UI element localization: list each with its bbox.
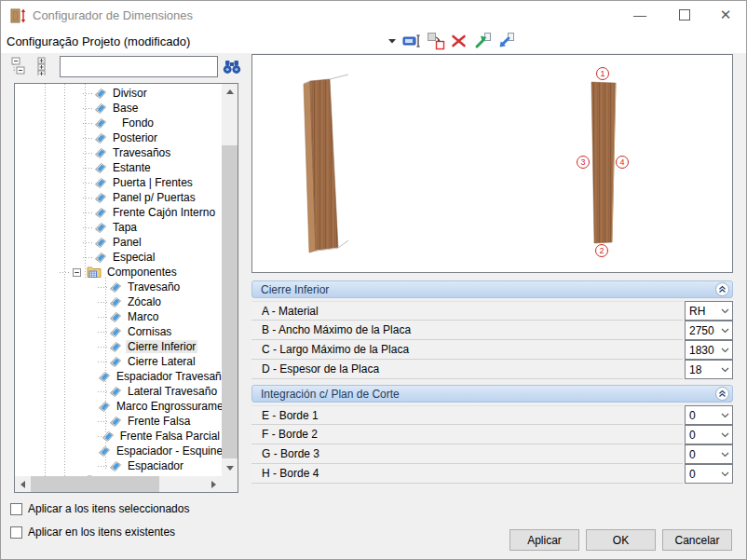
delete-icon[interactable] (451, 34, 467, 48)
panel-header: Integración c/ Plan de Corte (251, 385, 733, 403)
close-button[interactable]: ✕ (705, 1, 746, 29)
property-row: C - Largo Máximo de la Placa1830 (251, 340, 733, 360)
tag-icon (102, 430, 115, 443)
tree-item-label: Panel (111, 236, 143, 249)
ok-button[interactable]: OK (586, 529, 656, 551)
property-dropdown[interactable]: 0 (685, 464, 733, 484)
tree-item-label: Fondo (120, 116, 156, 130)
tree-item[interactable]: Travesaño (15, 280, 222, 294)
collapse-box-icon[interactable] (73, 268, 81, 277)
tree-item[interactable]: Panel (15, 235, 222, 250)
tree-item-label: Frente Falsa Parcial (118, 430, 222, 443)
tag-icon (109, 386, 122, 398)
tree-item[interactable]: Travesaños (15, 145, 222, 160)
minimize-button[interactable]: — (619, 1, 660, 29)
config-dropdown-icon[interactable] (387, 38, 397, 44)
search-binoculars-icon[interactable] (223, 58, 241, 76)
tag-icon (94, 132, 107, 144)
tree-connector (83, 168, 94, 169)
apply-button[interactable]: Aplicar (509, 529, 579, 551)
property-dropdown[interactable]: RH (685, 301, 733, 321)
tree-connector (83, 93, 94, 94)
rename-icon[interactable] (402, 34, 422, 48)
import-icon[interactable] (496, 32, 515, 49)
tree-item[interactable]: Tapa (15, 220, 222, 235)
apply-selected-checkbox[interactable] (10, 503, 22, 515)
tree-item-label: Espaciador (126, 459, 185, 472)
tree-connector (98, 466, 109, 467)
tree-horizontal-scrollbar[interactable] (15, 476, 222, 492)
tree-item[interactable]: Divisor (15, 86, 222, 101)
tag-icon (94, 222, 107, 234)
tag-icon (94, 147, 107, 159)
scroll-left-icon[interactable] (20, 481, 25, 488)
tag-icon (98, 371, 111, 383)
scroll-up-icon[interactable] (226, 89, 234, 94)
property-dropdown[interactable]: 1830 (685, 340, 733, 360)
collapse-panel-button[interactable] (715, 282, 729, 296)
tree-item-label: Divisor (111, 87, 149, 100)
tag-icon (109, 356, 122, 368)
tree-item[interactable]: Lateral Travesaño (15, 384, 222, 399)
tree-item-label: Panel p/ Puertas (111, 191, 197, 204)
panel-preview[interactable]: 1 2 3 4 (251, 54, 733, 273)
property-dropdown[interactable]: 0 (685, 405, 733, 425)
chevron-down-icon (721, 367, 729, 373)
tree-item[interactable]: Frente Falsa Parcial (15, 429, 222, 444)
tree-item[interactable]: Puerta | Frentes (15, 175, 222, 190)
maximize-button[interactable] (664, 1, 705, 29)
tree-item[interactable]: Frente Falsa (15, 414, 222, 429)
apply-existing-row: Aplicar en los itens existentes (10, 526, 175, 539)
tag-icon (109, 296, 122, 308)
scroll-thumb[interactable] (31, 476, 159, 492)
tree-item[interactable]: Componentes (15, 265, 222, 280)
tree-item-label: Zócalo (126, 295, 163, 308)
collapse-all-icon[interactable] (11, 57, 30, 75)
property-dropdown[interactable]: 2750 (685, 321, 733, 340)
folder-icon (87, 266, 102, 279)
tree-item[interactable]: Fondo (15, 116, 222, 130)
tree-item[interactable]: Espaciador - Esquine (15, 444, 222, 458)
tree-item[interactable]: Zócalo (15, 294, 222, 309)
chevron-down-icon (721, 471, 729, 477)
scroll-thumb[interactable] (222, 145, 238, 458)
tree-item[interactable]: Marco (15, 309, 222, 324)
property-dropdown[interactable]: 0 (685, 444, 733, 464)
scroll-down-icon[interactable] (226, 466, 234, 471)
tree-item[interactable]: Estante (15, 160, 222, 175)
config-header: Configuração Projeto (modificado) (1, 31, 746, 53)
tree-item[interactable]: Espaciador Travesañ (15, 369, 222, 384)
property-value: RH (686, 305, 721, 318)
tree-connector (83, 257, 94, 258)
scroll-right-icon[interactable] (211, 481, 216, 488)
tree-vertical-scrollbar[interactable] (222, 84, 238, 476)
apply-existing-checkbox[interactable] (10, 526, 22, 539)
tree-item[interactable]: Cierre Inferior (15, 339, 222, 354)
tree-item[interactable]: Posterior (15, 130, 222, 145)
apply-selected-row: Aplicar a los itens seleccionados (10, 502, 189, 515)
tree-item[interactable]: Frente Cajón Interno (15, 205, 222, 220)
property-row: A - MaterialRH (251, 301, 733, 321)
duplicate-icon[interactable] (427, 32, 445, 50)
tree-item[interactable]: Panel p/ Puertas (15, 190, 222, 205)
property-dropdown[interactable]: 0 (685, 425, 733, 444)
tree-connector (98, 287, 109, 288)
tree-search-input[interactable] (60, 56, 218, 77)
cancel-button[interactable]: Cancelar (662, 529, 732, 551)
tree-item[interactable]: Especial (15, 250, 222, 265)
expand-all-icon[interactable] (37, 57, 56, 75)
collapse-panel-button[interactable] (715, 387, 729, 401)
tree-item-label: Puerta | Frentes (111, 176, 195, 189)
tree-item[interactable]: Marco Engrossurame (15, 399, 222, 414)
tree-item[interactable]: Espaciador (15, 458, 222, 473)
tree-item-label: Espaciador - Esquine (115, 444, 222, 458)
export-icon[interactable] (473, 32, 492, 49)
tag-icon (94, 117, 107, 130)
tree-item[interactable]: Base (15, 101, 222, 116)
tree-item[interactable]: Cornisas (15, 324, 222, 339)
tree-item[interactable]: Cierre Lateral (15, 354, 222, 369)
property-label: C - Largo Máximo de la Placa (251, 340, 683, 360)
tree-item-label: Cierre Lateral (126, 355, 197, 368)
tag-icon (94, 237, 107, 249)
property-dropdown[interactable]: 18 (685, 360, 733, 379)
